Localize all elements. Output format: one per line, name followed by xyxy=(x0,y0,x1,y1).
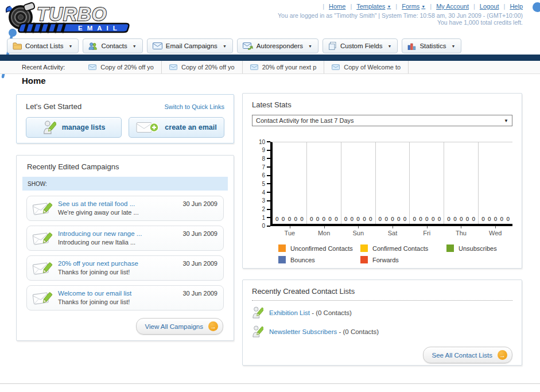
envelope-pencil-icon xyxy=(32,260,53,277)
campaign-title-link[interactable]: Introducing our new range ... xyxy=(58,230,182,238)
legend-item: Forwards xyxy=(360,256,446,263)
recent-activity-bar: Recent Activity: Copy of 20% off yo Copy… xyxy=(0,61,540,74)
legend-swatch xyxy=(360,256,368,263)
legend-item: Confirmed Contacts xyxy=(360,244,446,252)
annotation-dot-right xyxy=(533,2,540,12)
legend-swatch xyxy=(278,244,286,252)
topnav-link[interactable]: Templates ▼ xyxy=(356,3,391,10)
campaign-title-link[interactable]: Welcome to our email list xyxy=(58,289,182,298)
topnav-link[interactable]: Home xyxy=(329,3,345,10)
campaign-date: 30 Jun 2009 xyxy=(182,230,217,237)
person-pencil-icon xyxy=(252,306,263,320)
dropdown-arrow-icon: ▼ xyxy=(504,118,508,123)
envelope-pencil-icon xyxy=(32,290,53,306)
person-pencil-icon xyxy=(42,120,56,135)
contact-lists-title: Recently Created Contact Lists xyxy=(252,287,512,296)
topnav-link[interactable]: Logout xyxy=(480,3,499,10)
chart-legend: Unconfirmed Contacts Confirmed Contacts … xyxy=(278,244,512,263)
tab-custom-fields[interactable]: Custom Fields ▼ xyxy=(323,38,398,53)
envelope-icon xyxy=(153,42,162,49)
campaign-title-link[interactable]: See us at the retail food ... xyxy=(58,200,182,208)
campaign-date: 30 Jun 2009 xyxy=(182,260,217,267)
legend-swatch xyxy=(446,244,454,252)
contact-list-link[interactable]: Exhibition List xyxy=(269,309,310,316)
envelope-pencil-icon xyxy=(32,230,53,247)
topnav-my-account: My Account xyxy=(425,3,469,10)
manage-lists-button[interactable]: manage lists xyxy=(26,117,122,138)
contact-list-count: - (0 Contacts) xyxy=(339,328,379,335)
campaign-subtitle: Introducing our new Italia ... xyxy=(58,238,182,246)
chart-plot: 00000000000000000000000000000000000 xyxy=(270,142,512,226)
campaign-subtitle: Thanks for joining our list! xyxy=(58,268,182,276)
get-started-panel: Let's Get Started Switch to Quick Links … xyxy=(16,94,234,143)
chevron-down-icon: ▼ xyxy=(421,5,425,9)
legend-item: Unconfirmed Contacts xyxy=(278,244,360,252)
latest-stats-panel: Latest Stats Contact Activity for the La… xyxy=(242,93,522,269)
top-navigation: Home Templates ▼ Forms ▼ My Account xyxy=(318,3,523,10)
recent-activity-2[interactable]: Copy of 20% off yo xyxy=(162,61,243,73)
chart-x-axis: TueMonSunSatFriThuWed xyxy=(273,226,512,236)
turbo-logo-graphic: TURBO EMAIL xyxy=(5,2,132,34)
tab-autoresponders[interactable]: Autoresponders ▼ xyxy=(237,38,318,53)
contact-list-item: Exhibition List - (0 Contacts) xyxy=(252,306,512,320)
chart-y-axis: 109876543210 xyxy=(252,142,270,226)
recent-activity-4[interactable]: Copy of Welcome to xyxy=(324,61,409,73)
campaign-row: See us at the retail food ... We're givi… xyxy=(26,196,224,221)
pages-icon xyxy=(328,42,337,50)
svg-text:TURBO: TURBO xyxy=(37,3,107,25)
turbo-email-logo: TURBO EMAIL xyxy=(5,2,132,36)
topnav-home: Home xyxy=(318,3,345,10)
topnav-help: Help xyxy=(499,3,523,10)
person-pencil-icon xyxy=(252,325,263,339)
barchart-icon xyxy=(407,42,416,50)
campaign-row: 20% off your next purchase Thanks for jo… xyxy=(26,255,224,281)
contact-list-link[interactable]: Newsletter Subscribers xyxy=(269,328,337,335)
see-all-contact-lists-button[interactable]: See All Contact Lists → xyxy=(423,347,512,363)
stats-report-dropdown[interactable]: Contact Activity for the Last 7 Days ▼ xyxy=(252,115,512,126)
show-label: SHOW: xyxy=(28,181,47,187)
envelope-plus-icon xyxy=(136,121,159,134)
view-all-campaigns-button[interactable]: View All Campaigns → xyxy=(136,318,223,335)
envelope-icon xyxy=(332,64,340,70)
autoresponder-icon xyxy=(243,42,253,50)
navy-divider-bar xyxy=(0,55,540,61)
campaign-subtitle: Thanks for joining our list! xyxy=(58,298,182,306)
dotted-divider xyxy=(252,300,512,301)
latest-stats-title: Latest Stats xyxy=(252,100,512,109)
contacts-icon xyxy=(88,42,98,50)
tab-contacts[interactable]: Contacts ▼ xyxy=(83,38,142,53)
topnav-link[interactable]: My Account xyxy=(436,3,469,10)
recent-activity-label: Recent Activity: xyxy=(22,64,65,71)
legend-swatch xyxy=(278,256,286,263)
campaign-filter-bar: SHOW: xyxy=(22,177,228,191)
legend-item: Bounces xyxy=(278,256,360,263)
switch-quick-links-link[interactable]: Switch to Quick Links xyxy=(164,103,224,110)
recent-activity-3[interactable]: 20% off your next p xyxy=(243,61,325,73)
topnav-forms: Forms ▼ xyxy=(391,3,425,10)
campaign-date: 30 Jun 2009 xyxy=(182,290,217,297)
recently-edited-campaigns-panel: Recently Edited Campaigns SHOW: See us a… xyxy=(16,155,234,341)
campaign-subtitle: We're giving away our late ... xyxy=(58,208,182,216)
topnav-link[interactable]: Forms ▼ xyxy=(402,3,425,10)
tab-email-campaigns[interactable]: Email Campaigns ▼ xyxy=(147,38,233,53)
application-window: TURBO EMAIL Home Templates xyxy=(0,0,540,392)
legend-item: Unsubscribes xyxy=(446,244,512,252)
campaign-row: Welcome to our email list Thanks for joi… xyxy=(26,285,224,311)
legend-swatch xyxy=(360,244,368,252)
tab-statistics[interactable]: Statistics ▼ xyxy=(402,38,461,53)
arrow-right-icon: → xyxy=(208,321,218,331)
topnav-link[interactable]: Help xyxy=(510,3,523,10)
create-email-button[interactable]: create an email xyxy=(129,117,224,138)
contact-list-item: Newsletter Subscribers - (0 Contacts) xyxy=(252,325,512,339)
recent-activity-1[interactable]: Copy of 20% off yo xyxy=(81,61,162,73)
tab-label: Email Campaigns xyxy=(166,42,217,49)
chevron-down-icon: ▼ xyxy=(451,44,455,48)
campaigns-panel-title: Recently Edited Campaigns xyxy=(27,162,228,171)
tab-label: Contact Lists xyxy=(25,42,63,49)
tab-contact-lists[interactable]: Contact Lists ▼ xyxy=(7,38,79,53)
tab-label: Autoresponders xyxy=(257,42,303,49)
envelope-icon xyxy=(250,64,258,70)
chevron-down-icon: ▼ xyxy=(387,44,391,48)
main-menu: Contact Lists ▼ Contacts ▼ xyxy=(7,38,461,53)
campaign-title-link[interactable]: 20% off your next purchase xyxy=(58,259,182,268)
